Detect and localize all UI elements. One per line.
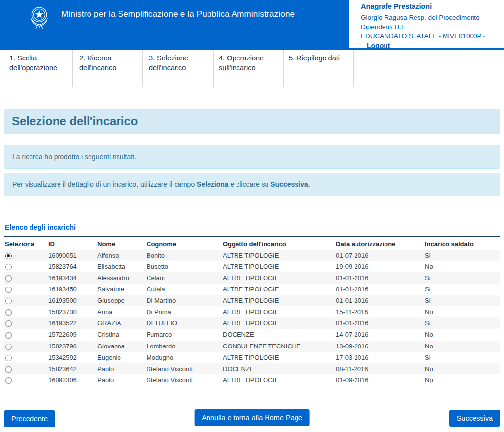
row-radio[interactable] xyxy=(5,275,12,282)
cell-id: 16193500 xyxy=(48,295,97,306)
cell-cognome: Di Prima xyxy=(147,306,223,317)
cancel-home-button[interactable]: Annulla e torna alla Home Page xyxy=(194,409,310,426)
cell-oggetto-incarico: CONSULENZE TECNICHE xyxy=(223,341,336,352)
cell-cognome: Celani xyxy=(147,272,223,284)
step-1-scelta-operazione: 1. Scelta dell'operazione xyxy=(4,50,73,87)
cell-oggetto-incarico: ALTRE TIPOLOGIE xyxy=(223,374,336,386)
cell-seleziona xyxy=(4,250,48,261)
cell-seleziona xyxy=(4,284,48,295)
cell-nome: Elisabetta xyxy=(97,261,147,272)
cell-oggetto-incarico: ALTRE TIPOLOGIE xyxy=(223,261,336,272)
cell-oggetto-incarico: ALTRE TIPOLOGIE xyxy=(223,295,336,306)
institution-line: EDUCANDATO STATALE - MIVE01000P- xyxy=(361,31,500,41)
table-row: 16092306PaoloStefano ViscontiALTRE TIPOL… xyxy=(4,374,500,386)
cell-incarico-saldato: No xyxy=(425,261,500,272)
table-row: 15823798GiovannaLombardoCONSULENZE TECNI… xyxy=(4,341,500,352)
logout-link[interactable]: Logout xyxy=(367,42,390,50)
instructions-text-1: Per visualizzare il dettaglio di un inca… xyxy=(12,180,197,188)
step-2-ricerca-incarico: 2. Ricerca dell'incarico xyxy=(74,50,143,87)
cell-incarico-saldato: No xyxy=(425,374,500,386)
row-radio[interactable] xyxy=(5,355,12,361)
cell-incarico-saldato: Si xyxy=(425,284,500,295)
cell-nome: Alessandro xyxy=(97,272,147,284)
row-radio[interactable] xyxy=(5,366,12,373)
column-header-data-autorizzazione: Data autorizzazione xyxy=(336,237,425,250)
cell-incarico-saldato: No xyxy=(425,329,500,340)
cell-data-autorizzazione: 01-07-2016 xyxy=(336,250,425,261)
cell-incarico-saldato: Si xyxy=(425,295,500,306)
table-row: 16090051AlfonsoBonitoALTRE TIPOLOGIE01-0… xyxy=(4,250,500,261)
cell-id: 15823798 xyxy=(48,341,97,352)
cell-nome: Paolo xyxy=(97,374,147,386)
footer-actions: Precedente Annulla e torna alla Home Pag… xyxy=(4,409,500,427)
cell-nome: Giuseppe xyxy=(97,295,147,306)
cell-cognome: Stefano Visconti xyxy=(147,363,223,374)
cell-oggetto-incarico: ALTRE TIPOLOGIE xyxy=(223,352,336,363)
column-header-oggetto: Oggetto dell'incarico xyxy=(223,237,336,250)
cell-cognome: Stefano Visconti xyxy=(147,374,223,386)
cell-data-autorizzazione: 13-09-2016 xyxy=(336,341,425,352)
row-radio[interactable] xyxy=(5,332,12,339)
ministry-title: Ministro per la Semplificazione e la Pub… xyxy=(61,9,295,19)
cell-nome: Giovanna xyxy=(97,341,147,352)
cell-seleziona xyxy=(4,363,48,374)
table-header-row: Seleziona ID Nome Cognome Oggetto dell'i… xyxy=(4,237,500,250)
cell-id: 15823642 xyxy=(48,363,97,374)
row-radio[interactable] xyxy=(5,344,12,350)
instructions-bold-successiva: Successiva. xyxy=(270,180,310,188)
cell-seleziona xyxy=(4,261,48,272)
italy-emblem-logo xyxy=(27,3,52,30)
row-radio[interactable] xyxy=(5,264,12,270)
row-radio[interactable] xyxy=(5,320,12,327)
cell-id: 15823730 xyxy=(48,306,97,317)
user-role: Dipendenti U.I. xyxy=(361,22,500,31)
table-caption: Elenco degli incarichi xyxy=(4,223,500,231)
previous-button[interactable]: Precedente xyxy=(4,410,55,427)
instructions-message: Per visualizzare il dettaglio di un inca… xyxy=(4,173,500,196)
cell-oggetto-incarico: ALTRE TIPOLOGIE xyxy=(223,272,336,284)
app-header: Ministro per la Semplificazione e la Pub… xyxy=(0,0,504,50)
user-name: Giorgio Ragusa Resp. del Procedimento xyxy=(361,13,500,22)
column-header-seleziona: Seleziona xyxy=(4,237,48,250)
cell-data-autorizzazione: 01-09-2016 xyxy=(336,374,425,386)
cell-incarico-saldato: Si xyxy=(425,272,500,284)
cell-oggetto-incarico: ALTRE TIPOLOGIE xyxy=(223,317,336,329)
row-radio[interactable] xyxy=(5,298,12,304)
results-message: La ricerca ha prodotto i seguenti risult… xyxy=(4,145,500,169)
row-radio[interactable] xyxy=(5,377,12,384)
cell-seleziona xyxy=(4,329,48,340)
cell-cognome: Fumarco xyxy=(147,329,223,340)
cell-data-autorizzazione: 01-01-2016 xyxy=(336,272,425,284)
row-radio[interactable] xyxy=(5,287,12,293)
table-row: 16193434AlessandroCelaniALTRE TIPOLOGIE0… xyxy=(4,272,500,284)
cell-id: 16193522 xyxy=(48,317,97,329)
column-header-incarico-saldato: Incarico saldato xyxy=(425,237,500,250)
cell-data-autorizzazione: 15-11-2016 xyxy=(336,306,425,317)
cell-cognome: Bonito xyxy=(147,250,223,261)
cell-id: 15342592 xyxy=(48,352,97,363)
cell-seleziona xyxy=(4,295,48,306)
step-4-operazione-incarico: 4. Operazione sull'incarico xyxy=(213,50,282,87)
cell-incarico-saldato: No xyxy=(425,363,500,374)
cell-seleziona xyxy=(4,374,48,386)
table-row: 16193450SalvatoreCutaiaALTRE TIPOLOGIE01… xyxy=(4,284,500,295)
cell-seleziona xyxy=(4,341,48,352)
row-radio[interactable] xyxy=(5,309,12,316)
cell-nome: Alfonso xyxy=(97,250,147,261)
cell-cognome: Lombardo xyxy=(147,341,223,352)
column-header-cognome: Cognome xyxy=(147,237,223,250)
cell-oggetto-incarico: ALTRE TIPOLOGIE xyxy=(223,306,336,317)
cell-nome: Cristina xyxy=(97,329,147,340)
cell-id: 16193450 xyxy=(48,284,97,295)
cell-data-autorizzazione: 19-09-2016 xyxy=(336,261,425,272)
cell-cognome: DI TULLIO xyxy=(147,317,223,329)
table-row: 15823642PaoloStefano ViscontiDOCENZE08-1… xyxy=(4,363,500,374)
cell-id: 15823764 xyxy=(48,261,97,272)
cell-data-autorizzazione: 14-07-2016 xyxy=(336,329,425,340)
next-button[interactable]: Successiva xyxy=(449,410,500,427)
table-row: 15342592EugenioModugnoALTRE TIPOLOGIE17-… xyxy=(4,352,500,363)
cell-cognome: Di Martino xyxy=(147,295,223,306)
row-radio-selected[interactable] xyxy=(5,253,12,259)
cell-id: 16193434 xyxy=(48,272,97,284)
column-header-nome: Nome xyxy=(97,237,147,250)
